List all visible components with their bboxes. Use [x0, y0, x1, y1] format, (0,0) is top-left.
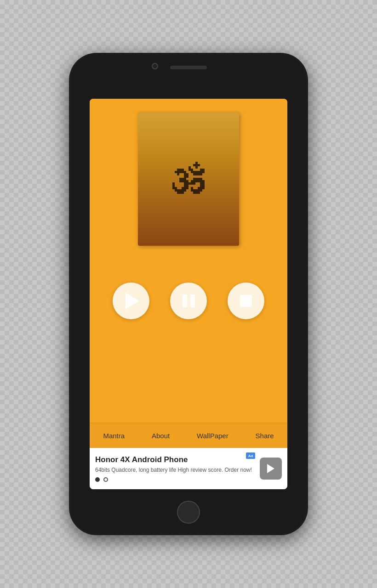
phone-screen: Mantra About WallPaper Share Ad Honor 4X…	[90, 99, 287, 489]
nav-item-share[interactable]: Share	[250, 428, 280, 443]
stop-button[interactable]	[228, 283, 264, 319]
ad-dot-2	[103, 477, 108, 482]
phone-speaker	[170, 66, 207, 69]
stop-icon	[240, 295, 252, 307]
nav-item-about[interactable]: About	[146, 428, 175, 443]
ad-title: Honor 4X Android Phone	[95, 455, 254, 464]
nav-item-mantra[interactable]: Mantra	[97, 428, 130, 443]
phone-camera	[152, 63, 158, 69]
home-button[interactable]	[177, 501, 200, 524]
ad-next-button[interactable]	[260, 458, 282, 480]
ad-next-icon	[267, 464, 274, 473]
ad-banner[interactable]: Ad Honor 4X Android Phone 64bits Quadcor…	[90, 448, 287, 489]
ad-badge-text: Ad	[248, 454, 253, 458]
ad-dot-1	[95, 477, 100, 482]
pause-bar-left	[183, 294, 187, 307]
ad-text-area: Honor 4X Android Phone 64bits Quadcore, …	[95, 455, 254, 482]
deity-figure-art	[138, 113, 239, 246]
pause-bar-right	[190, 294, 195, 307]
pause-icon	[183, 294, 195, 307]
play-icon	[126, 293, 139, 309]
pause-button[interactable]	[170, 283, 207, 319]
media-controls	[113, 283, 264, 319]
ad-dots	[95, 477, 254, 482]
ad-subtitle: 64bits Quadcore, long battery life High …	[95, 466, 254, 474]
bottom-navigation: Mantra About WallPaper Share	[90, 423, 287, 448]
deity-image	[138, 113, 239, 246]
main-content	[90, 99, 287, 423]
nav-item-wallpaper[interactable]: WallPaper	[191, 428, 234, 443]
play-button[interactable]	[113, 283, 149, 319]
ad-badge: Ad	[246, 452, 255, 459]
phone-device: Mantra About WallPaper Share Ad Honor 4X…	[69, 53, 308, 535]
